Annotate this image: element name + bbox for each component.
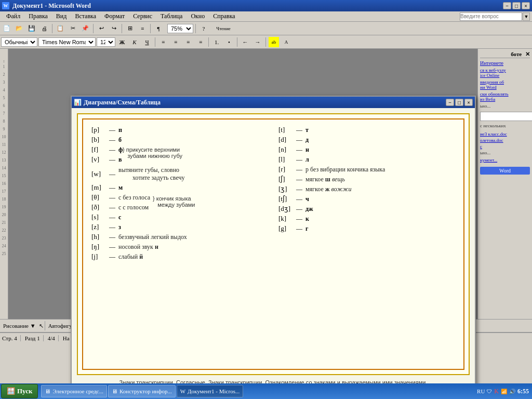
paste-button[interactable]: 📌 bbox=[79, 23, 91, 34]
draw-sep bbox=[45, 321, 45, 330]
indent-dec-button[interactable]: ← bbox=[240, 36, 251, 48]
taskbar-volume-icon: 🔊 bbox=[509, 389, 515, 394]
sidebar-title: боте bbox=[511, 51, 522, 57]
help-search-input[interactable] bbox=[460, 12, 522, 21]
menu-view[interactable]: Вид bbox=[52, 11, 71, 21]
indent-inc-button[interactable]: → bbox=[252, 36, 263, 48]
columns-button[interactable]: ≡ bbox=[137, 23, 148, 34]
underline-button[interactable]: Ч bbox=[141, 36, 153, 48]
italic-button[interactable]: К bbox=[129, 36, 140, 48]
menu-service[interactable]: Сервис bbox=[129, 11, 156, 21]
menu-help[interactable]: Справка bbox=[209, 11, 239, 21]
sidebar-doc-link[interactable]: кумент... bbox=[480, 157, 530, 163]
document-area: 📊 Диаграмма/Схема/Таблица − □ × bbox=[8, 49, 532, 319]
sidebar-search-input[interactable] bbox=[480, 112, 532, 121]
help-dropdown-button[interactable]: ▼ bbox=[523, 12, 530, 21]
ph-n: [n] — н bbox=[278, 145, 455, 154]
ph-d: [d] — д bbox=[278, 136, 455, 144]
sep5 bbox=[195, 24, 196, 33]
sidebar-close-button[interactable]: ✕ bbox=[525, 51, 530, 57]
menu-format[interactable]: Формат bbox=[100, 11, 129, 21]
sidebar-update-link[interactable]: ски обновлятьиз Веба bbox=[480, 91, 530, 102]
sep9 bbox=[265, 37, 266, 47]
taskbar-item-2[interactable]: 🖥 Конструктор инфор... bbox=[108, 385, 176, 397]
sidebar-word-info-link[interactable]: введения обни Word bbox=[480, 79, 530, 90]
taskbar-label-2: Конструктор инфор... bbox=[119, 388, 172, 394]
sidebar-close-area: боте ✕ bbox=[480, 51, 530, 58]
help-button[interactable]: ? bbox=[198, 23, 209, 34]
size-select[interactable]: 12 bbox=[97, 37, 115, 47]
taskbar-icon-2: 🖥 bbox=[112, 388, 117, 394]
status-pages: 4/4 bbox=[48, 335, 59, 341]
ruler-left: ↕ 1 2 3 4 5 6 7 8 9 10 11 12 13 14 15 16… bbox=[0, 49, 8, 319]
menu-file[interactable]: Файл bbox=[2, 11, 24, 21]
ph-t: [t] — т bbox=[278, 126, 455, 134]
dialog-title: Диаграмма/Схема/Таблица bbox=[84, 99, 161, 107]
dialog-maximize-button[interactable]: □ bbox=[455, 99, 463, 106]
sidebar-weblink[interactable]: ся к веб-узлуice Online bbox=[480, 68, 530, 78]
ph-h: [h] — беззвучный легкий выдох bbox=[91, 233, 268, 241]
dialog-minimize-button[interactable]: − bbox=[446, 99, 454, 106]
sidebar-internet-link[interactable]: Интернете bbox=[480, 60, 530, 66]
zoom-select[interactable]: 75% 100% 150% bbox=[167, 24, 193, 33]
new-button[interactable]: 📄 bbox=[1, 23, 12, 34]
app-icon: W bbox=[2, 2, 9, 9]
cut-button[interactable]: ✂ bbox=[67, 23, 78, 34]
right-column: [t] — т [d] — д bbox=[278, 126, 455, 363]
diagram-inner-border: [p] — п [b] — б bbox=[82, 118, 464, 370]
style-select[interactable]: Обычный bbox=[1, 37, 37, 47]
menu-table[interactable]: Таблица bbox=[156, 11, 187, 21]
copy-button[interactable]: 📋 bbox=[55, 23, 66, 34]
taskbar-label-3: Документ1 - Micros... bbox=[188, 388, 240, 394]
highlight-button[interactable]: ab bbox=[268, 36, 280, 48]
sidebar-file2[interactable]: олетова.doc bbox=[480, 138, 530, 143]
content-area: ↕ 1 2 3 4 5 6 7 8 9 10 11 12 13 14 15 16… bbox=[0, 49, 532, 319]
reading-button[interactable]: Чтение bbox=[210, 23, 236, 34]
taskbar-antivirus-icon: 🛡 bbox=[487, 389, 492, 394]
redo-button[interactable]: ↪ bbox=[108, 23, 119, 34]
main-toolbar: 📄 📂 💾 🖨 📋 ✂ 📌 ↩ ↪ ⊞ ≡ ¶ 75% 100% 150% ? … bbox=[0, 22, 532, 35]
align-right-button[interactable]: ≡ bbox=[182, 36, 194, 48]
dialog-close-button[interactable]: × bbox=[464, 99, 473, 106]
menu-edit[interactable]: Правка bbox=[24, 11, 52, 21]
dialog-window: 📊 Диаграмма/Схема/Таблица − □ × bbox=[71, 96, 476, 399]
draw-icon[interactable]: ↖ bbox=[39, 323, 44, 329]
menu-insert[interactable]: Вставка bbox=[71, 11, 100, 21]
fv-group: [f] — ф [v] — в bbox=[91, 145, 268, 164]
list-num-button[interactable]: 1. bbox=[211, 36, 222, 48]
bold-button[interactable]: Ж bbox=[116, 36, 128, 48]
ph-sh: [ʃ] — мягкое ш вещь bbox=[278, 175, 455, 183]
save-button[interactable]: 💾 bbox=[26, 23, 37, 34]
open-button[interactable]: 📂 bbox=[14, 23, 25, 34]
annotation-th: } кончик языка между зубами bbox=[153, 195, 195, 208]
font-select[interactable]: Times New Roman bbox=[38, 37, 96, 47]
draw-button[interactable]: Рисование ▼ bbox=[0, 323, 39, 329]
format-toolbar: Обычный Times New Roman 12 Ж К Ч ≡ ≡ ≡ ≡… bbox=[0, 35, 532, 49]
menu-window[interactable]: Окно bbox=[187, 11, 209, 21]
start-label: Пуск bbox=[17, 387, 32, 395]
ph-m: [m] — м bbox=[91, 183, 268, 192]
align-left-button[interactable]: ≡ bbox=[157, 36, 169, 48]
minimize-button[interactable]: − bbox=[503, 2, 511, 9]
taskbar-item-1[interactable]: 🖥 Электронное средс... bbox=[41, 385, 107, 397]
table-button[interactable]: ⊞ bbox=[124, 23, 136, 34]
close-button[interactable]: × bbox=[522, 2, 530, 9]
align-center-button[interactable]: ≡ bbox=[170, 36, 181, 48]
dialog-content: [p] — п [b] — б bbox=[72, 108, 475, 399]
sep4 bbox=[150, 24, 151, 33]
maximize-button[interactable]: □ bbox=[512, 2, 521, 9]
sidebar-file3[interactable]: c bbox=[480, 144, 530, 149]
sidebar-file1[interactable]: ие3 класс.doc bbox=[480, 131, 530, 137]
main-window: W Документ1 - Microsoft Word − □ × Файл … bbox=[0, 0, 532, 383]
taskbar-network-icon: 📶 bbox=[501, 389, 507, 394]
undo-button[interactable]: ↩ bbox=[96, 23, 107, 34]
font-color-button[interactable]: A bbox=[281, 36, 292, 48]
start-button[interactable]: 🪟 Пуск bbox=[1, 384, 38, 398]
taskbar-item-3[interactable]: W Документ1 - Micros... bbox=[177, 385, 244, 397]
pilcrow-button[interactable]: ¶ bbox=[153, 23, 164, 34]
print-button[interactable]: 🖨 bbox=[38, 23, 50, 34]
status-page: Стр. 4 bbox=[2, 335, 21, 341]
justify-button[interactable]: ≡ bbox=[195, 36, 206, 48]
ph-z: [z] — з bbox=[91, 223, 268, 231]
list-bul-button[interactable]: • bbox=[223, 36, 235, 48]
